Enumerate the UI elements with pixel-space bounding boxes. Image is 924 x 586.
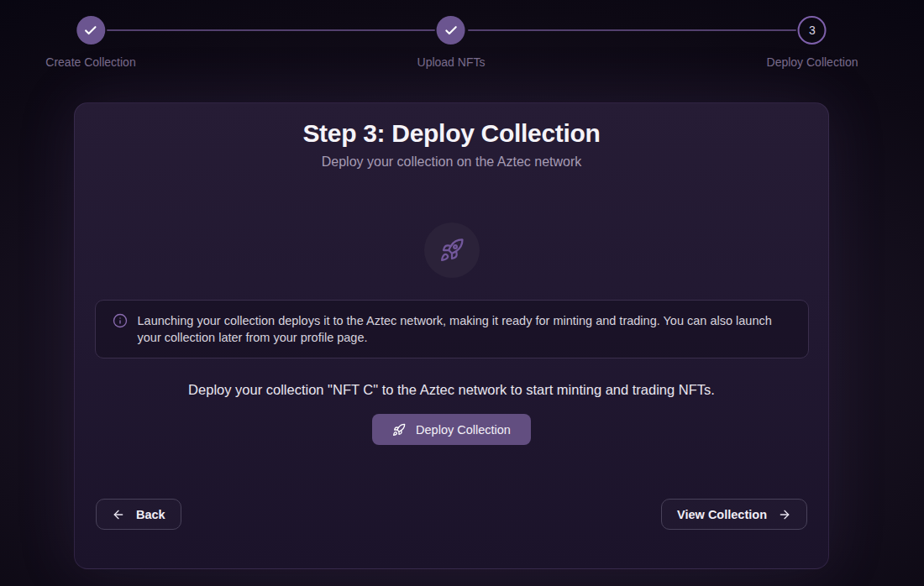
- check-icon: [444, 24, 458, 38]
- step-complete-indicator: [437, 16, 465, 44]
- view-collection-button[interactable]: View Collection: [661, 499, 807, 530]
- wizard-stepper: Create Collection Upload NFTs 3 Deploy C…: [0, 0, 924, 84]
- stepper-connector: [107, 29, 435, 31]
- deploy-button-label: Deploy Collection: [416, 423, 511, 437]
- step-create-collection[interactable]: Create Collection: [45, 16, 135, 69]
- back-button[interactable]: Back: [96, 499, 181, 530]
- stepper-connector: [468, 29, 796, 31]
- deploy-collection-button[interactable]: Deploy Collection: [372, 414, 531, 445]
- rocket-badge: [424, 222, 480, 278]
- page-title: Step 3: Deploy Collection: [302, 119, 600, 148]
- deploy-card: Step 3: Deploy Collection Deploy your co…: [74, 102, 829, 569]
- step-upload-nfts[interactable]: Upload NFTs: [417, 16, 486, 69]
- info-callout: Launching your collection deploys it to …: [95, 300, 809, 358]
- rocket-icon: [392, 423, 406, 437]
- step-label: Create Collection: [45, 55, 135, 69]
- step-label: Upload NFTs: [417, 55, 486, 69]
- check-icon: [83, 24, 97, 38]
- info-text: Launching your collection deploys it to …: [138, 312, 790, 346]
- info-icon: [113, 313, 128, 328]
- arrow-left-icon: [112, 508, 125, 521]
- step-number-indicator: 3: [798, 16, 827, 44]
- back-button-label: Back: [136, 508, 165, 521]
- step-label: Deploy Collection: [767, 55, 858, 69]
- arrow-right-icon: [778, 508, 791, 521]
- card-footer: Back View Collection: [75, 499, 828, 568]
- step-complete-indicator: [76, 16, 105, 44]
- page-subtitle: Deploy your collection on the Aztec netw…: [322, 154, 582, 170]
- deploy-collection-screen: Create Collection Upload NFTs 3 Deploy C…: [0, 0, 924, 586]
- view-collection-button-label: View Collection: [677, 508, 767, 521]
- step-deploy-collection[interactable]: 3 Deploy Collection: [767, 16, 858, 69]
- deploy-prompt: Deploy your collection "NFT C" to the Az…: [188, 382, 715, 398]
- step-number: 3: [809, 24, 816, 37]
- rocket-icon: [439, 238, 465, 263]
